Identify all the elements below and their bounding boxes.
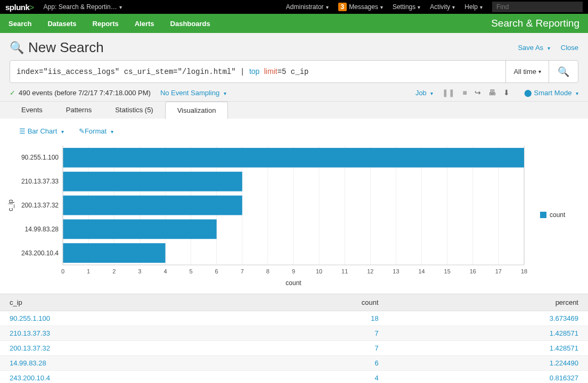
chevron-down-icon: ▾ — [538, 69, 541, 74]
svg-rect-41 — [63, 172, 242, 192]
search-query-input[interactable]: index="iis_access_logs" cs_uri_stem="/lo… — [10, 61, 505, 82]
cell-count[interactable]: 4 — [259, 371, 388, 384]
cell-percent[interactable]: 0.816327 — [388, 371, 588, 384]
save-as-button[interactable]: Save As ▾ — [518, 44, 550, 52]
cell-ip[interactable]: 243.200.10.4 — [0, 371, 259, 384]
legend-swatch — [540, 212, 546, 218]
cell-percent[interactable]: 1.224490 — [388, 356, 588, 371]
print-icon[interactable]: 🖶 — [488, 88, 496, 97]
table-row[interactable]: 243.200.10.440.816327 — [0, 371, 588, 384]
cell-percent[interactable]: 1.428571 — [388, 326, 588, 341]
cell-count[interactable]: 6 — [259, 356, 388, 371]
event-count: 490 events (before 7/2/17 7:47:18.000 PM… — [19, 89, 151, 97]
cell-count[interactable]: 7 — [259, 326, 388, 341]
chevron-down-icon: ▾ — [61, 129, 64, 135]
download-icon[interactable]: ⬇ — [503, 88, 510, 97]
search-mode-button[interactable]: ⬤ Smart Mode ▾ — [524, 89, 578, 97]
help-menu[interactable]: Help▾ — [464, 3, 483, 11]
svg-text:9: 9 — [292, 268, 295, 274]
cell-percent[interactable]: 1.428571 — [388, 341, 588, 356]
app-title: Search & Reporting — [491, 18, 579, 29]
col-percent[interactable]: percent — [388, 294, 588, 311]
app-selector[interactable]: App: Search & Reportin…▾ — [44, 3, 122, 11]
svg-text:17: 17 — [495, 268, 502, 274]
cell-count[interactable]: 7 — [259, 341, 388, 356]
find-input[interactable] — [492, 2, 583, 12]
col-c-ip[interactable]: c_ip — [0, 294, 259, 311]
svg-text:2: 2 — [112, 268, 116, 274]
bar-chart: 012345678910111213141516171890.255.1.100… — [5, 140, 540, 289]
svg-rect-47 — [63, 243, 165, 263]
app-nav-bar: Search Datasets Reports Alerts Dashboard… — [0, 14, 588, 33]
search-run-button[interactable]: 🔍 — [549, 61, 578, 82]
nav-alerts[interactable]: Alerts — [135, 20, 154, 28]
magnify-icon: 🔍 — [558, 66, 569, 78]
svg-text:6: 6 — [215, 268, 218, 274]
pause-icon[interactable]: ❚❚ — [442, 88, 455, 97]
chevron-down-icon: ▾ — [430, 90, 433, 96]
search-icon: 🔍 — [10, 41, 24, 55]
svg-text:14: 14 — [418, 268, 424, 274]
svg-text:0: 0 — [61, 268, 64, 274]
activity-menu[interactable]: Activity▾ — [430, 3, 455, 11]
chevron-down-icon: ▾ — [326, 4, 329, 10]
results-tabs: Events Patterns Statistics (5) Visualiza… — [0, 101, 588, 119]
svg-text:12: 12 — [367, 268, 373, 274]
tab-statistics[interactable]: Statistics (5) — [103, 102, 165, 119]
cell-count[interactable]: 18 — [259, 311, 388, 326]
cell-ip[interactable]: 90.255.1.100 — [0, 311, 259, 326]
cell-percent[interactable]: 3.673469 — [388, 311, 588, 326]
results-table: c_ip count percent 90.255.1.100183.67346… — [0, 294, 588, 383]
svg-text:14.99.83.28: 14.99.83.28 — [25, 226, 59, 233]
tab-patterns[interactable]: Patterns — [54, 102, 103, 119]
svg-text:18: 18 — [521, 268, 527, 274]
svg-text:8: 8 — [266, 268, 270, 274]
stop-icon[interactable]: ■ — [462, 88, 467, 97]
svg-text:200.13.37.32: 200.13.37.32 — [21, 202, 59, 209]
page-title: New Search — [28, 39, 104, 56]
svg-text:16: 16 — [470, 268, 476, 274]
cell-ip[interactable]: 210.13.37.33 — [0, 326, 259, 341]
logo: splunk> — [5, 3, 34, 12]
svg-text:4: 4 — [164, 268, 167, 274]
messages-badge: 3 — [338, 3, 347, 11]
messages-menu[interactable]: 3Messages▾ — [338, 3, 383, 11]
svg-text:13: 13 — [393, 268, 399, 274]
chevron-down-icon: ▾ — [418, 4, 420, 10]
chevron-down-icon: ▾ — [380, 4, 383, 10]
svg-text:c_ip: c_ip — [7, 199, 14, 211]
svg-text:210.13.37.33: 210.13.37.33 — [21, 178, 59, 185]
table-row[interactable]: 200.13.37.3271.428571 — [0, 341, 588, 356]
chevron-down-icon: ▾ — [224, 90, 226, 96]
settings-menu[interactable]: Settings▾ — [393, 3, 420, 11]
svg-text:3: 3 — [138, 268, 141, 274]
nav-datasets[interactable]: Datasets — [47, 20, 76, 28]
svg-text:count: count — [285, 279, 301, 287]
administrator-menu[interactable]: Administrator▾ — [286, 3, 329, 11]
tab-events[interactable]: Events — [10, 102, 54, 119]
table-row[interactable]: 14.99.83.2861.224490 — [0, 356, 588, 371]
nav-reports[interactable]: Reports — [93, 20, 119, 28]
svg-text:15: 15 — [444, 268, 451, 274]
close-button[interactable]: Close — [561, 44, 578, 52]
chevron-down-icon: ▾ — [119, 4, 122, 10]
chevron-down-icon: ▾ — [452, 4, 455, 10]
nav-dashboards[interactable]: Dashboards — [170, 20, 210, 28]
cell-ip[interactable]: 14.99.83.28 — [0, 356, 259, 371]
event-sampling-button[interactable]: No Event Sampling ▾ — [160, 89, 226, 97]
format-button[interactable]: ✎Format ▾ — [79, 127, 113, 135]
nav-search[interactable]: Search — [9, 20, 31, 28]
tab-visualization[interactable]: Visualization — [165, 102, 228, 119]
svg-text:7: 7 — [241, 268, 244, 274]
svg-rect-45 — [63, 219, 217, 239]
share-icon[interactable]: ↪ — [475, 88, 481, 97]
svg-rect-39 — [63, 148, 524, 168]
table-row[interactable]: 90.255.1.100183.673469 — [0, 311, 588, 326]
cell-ip[interactable]: 200.13.37.32 — [0, 341, 259, 356]
table-row[interactable]: 210.13.37.3371.428571 — [0, 326, 588, 341]
col-count[interactable]: count — [259, 294, 388, 311]
chevron-down-icon: ▾ — [548, 45, 550, 51]
time-range-picker[interactable]: All time ▾ — [505, 61, 549, 82]
job-menu[interactable]: Job ▾ — [415, 89, 434, 97]
chart-type-button[interactable]: ☰ Bar Chart ▾ — [19, 127, 64, 135]
